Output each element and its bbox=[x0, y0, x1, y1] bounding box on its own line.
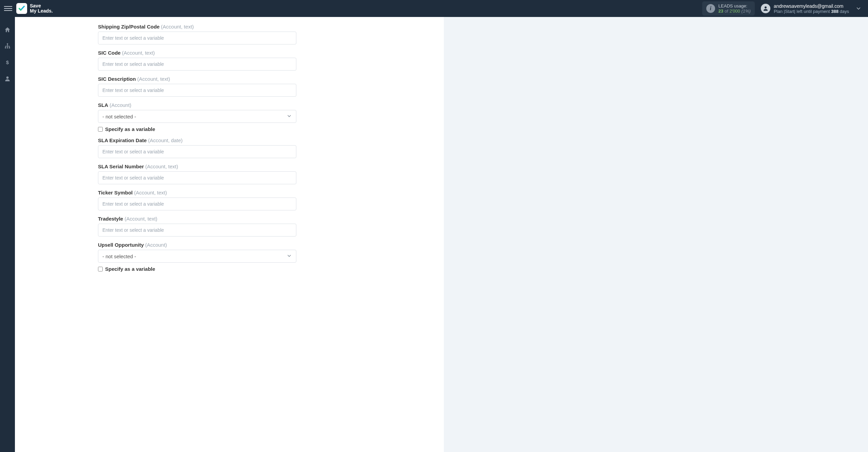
info-icon: i bbox=[706, 4, 715, 13]
sidebar-item-integrations[interactable] bbox=[3, 41, 12, 51]
sidebar-item-billing[interactable]: $ bbox=[3, 58, 12, 67]
sidebar-nav: $ bbox=[0, 17, 15, 452]
field-label: SLA Serial Number (Account, text) bbox=[98, 164, 296, 169]
field-sic-code: SIC Code (Account, text) bbox=[98, 50, 296, 71]
select-value: - not selected - bbox=[102, 114, 136, 119]
main-content: Shipping Zip/Postal Code (Account, text)… bbox=[15, 17, 868, 452]
sic-description-input[interactable] bbox=[98, 84, 296, 97]
field-shipping-zip: Shipping Zip/Postal Code (Account, text) bbox=[98, 24, 296, 44]
app-header: Save My Leads. i LEADS usage: 23 of 2'00… bbox=[0, 0, 868, 17]
field-label: Upsell Opportunity (Account) bbox=[98, 242, 296, 248]
form-card: Shipping Zip/Postal Code (Account, text)… bbox=[15, 17, 444, 452]
select-value: - not selected - bbox=[102, 253, 136, 259]
chevron-down-icon bbox=[287, 253, 292, 260]
brand-logo[interactable]: Save My Leads. bbox=[16, 3, 53, 14]
sla-specify-variable-row[interactable]: Specify as a variable bbox=[98, 126, 296, 132]
field-tradestyle: Tradestyle (Account, text) bbox=[98, 216, 296, 237]
account-dropdown-toggle[interactable] bbox=[853, 3, 864, 14]
brand-name: Save My Leads. bbox=[30, 3, 53, 13]
field-sic-description: SIC Description (Account, text) bbox=[98, 76, 296, 97]
sic-code-input[interactable] bbox=[98, 58, 296, 71]
field-label: Ticker Symbol (Account, text) bbox=[98, 190, 296, 195]
svg-point-0 bbox=[765, 6, 767, 8]
account-plan: Plan |Start| left until payment 388 days bbox=[774, 9, 849, 14]
field-label: SLA Expiration Date (Account, date) bbox=[98, 137, 296, 143]
tradestyle-input[interactable] bbox=[98, 224, 296, 237]
field-sla-serial: SLA Serial Number (Account, text) bbox=[98, 164, 296, 184]
field-sla: SLA (Account) - not selected - Specify a… bbox=[98, 102, 296, 132]
sla-select[interactable]: - not selected - bbox=[98, 110, 296, 123]
account-info[interactable]: andrewsavemyleads@gmail.com Plan |Start|… bbox=[761, 3, 849, 14]
sidebar-item-home[interactable] bbox=[3, 25, 12, 35]
sla-specify-variable-checkbox[interactable] bbox=[98, 127, 103, 132]
sla-expiration-input[interactable] bbox=[98, 145, 296, 158]
usage-label: LEADS usage: bbox=[718, 3, 751, 8]
field-label: SIC Description (Account, text) bbox=[98, 76, 296, 82]
upsell-specify-variable-row[interactable]: Specify as a variable bbox=[98, 266, 296, 272]
ticker-symbol-input[interactable] bbox=[98, 197, 296, 210]
upsell-select[interactable]: - not selected - bbox=[98, 250, 296, 263]
svg-rect-3 bbox=[7, 47, 8, 48]
svg-text:$: $ bbox=[6, 59, 9, 65]
field-label: SIC Code (Account, text) bbox=[98, 50, 296, 56]
menu-toggle-button[interactable] bbox=[4, 4, 12, 13]
leads-usage-box: i LEADS usage: 23 of 2'000 (1%) bbox=[702, 1, 755, 16]
svg-rect-1 bbox=[7, 43, 8, 44]
logo-mark-icon bbox=[16, 3, 27, 14]
avatar-icon bbox=[761, 4, 770, 13]
account-email: andrewsavemyleads@gmail.com bbox=[774, 3, 849, 9]
specify-variable-label: Specify as a variable bbox=[105, 126, 155, 132]
chevron-down-icon bbox=[287, 113, 292, 120]
sla-serial-input[interactable] bbox=[98, 171, 296, 184]
svg-rect-2 bbox=[5, 47, 6, 48]
sidebar-item-account[interactable] bbox=[3, 74, 12, 83]
field-sla-expiration: SLA Expiration Date (Account, date) bbox=[98, 137, 296, 158]
field-label: SLA (Account) bbox=[98, 102, 296, 108]
field-label: Tradestyle (Account, text) bbox=[98, 216, 296, 222]
shipping-zip-input[interactable] bbox=[98, 32, 296, 44]
svg-rect-4 bbox=[9, 47, 10, 48]
field-ticker-symbol: Ticker Symbol (Account, text) bbox=[98, 190, 296, 210]
field-label: Shipping Zip/Postal Code (Account, text) bbox=[98, 24, 296, 30]
field-upsell-opportunity: Upsell Opportunity (Account) - not selec… bbox=[98, 242, 296, 272]
svg-point-6 bbox=[6, 76, 9, 79]
specify-variable-label: Specify as a variable bbox=[105, 266, 155, 272]
usage-values: 23 of 2'000 (1%) bbox=[718, 8, 751, 14]
upsell-specify-variable-checkbox[interactable] bbox=[98, 267, 103, 271]
